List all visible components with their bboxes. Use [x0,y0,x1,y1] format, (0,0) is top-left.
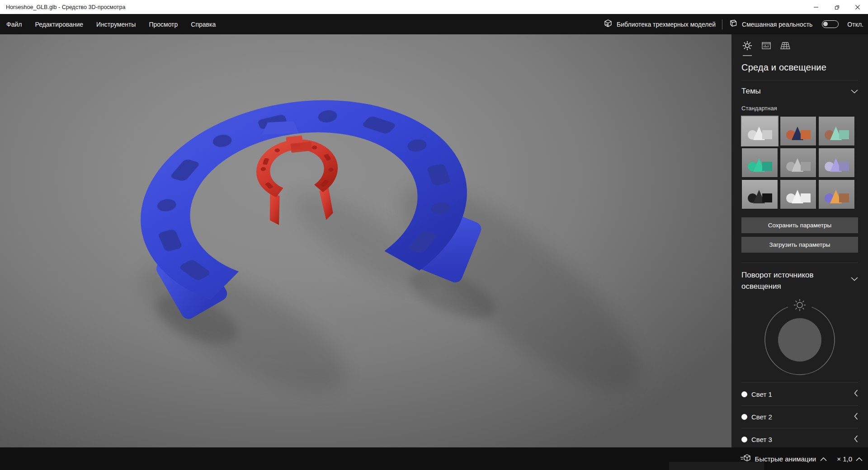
library-button[interactable]: Библиотека трехмерных моделей [604,19,716,29]
tab-environment-stats[interactable] [760,41,772,52]
cube-shape [839,193,849,202]
dial-knob[interactable] [778,318,821,362]
theme-thumbnail-mint[interactable] [818,116,855,146]
restore-button[interactable] [826,0,847,14]
grid-icon [780,41,790,52]
light-row-1[interactable]: Свет 1 [741,383,858,405]
menu-bar: Файл Редактирование Инструменты Просмотр… [0,14,868,34]
theme-thumbnail-teal[interactable] [741,148,778,178]
light-rotation-dial[interactable] [763,299,837,376]
sun-icon [742,41,752,52]
light-label: Свет 3 [751,436,772,443]
light-rotation-label: Поворот источников освещения [741,269,832,292]
menu-file[interactable]: Файл [6,21,22,28]
theme-thumbnail-navy-orange[interactable] [780,116,816,146]
light-row-2[interactable]: Свет 2 [741,405,858,428]
chevron-down-icon [851,275,858,292]
save-parameters-button[interactable]: Сохранить параметры [741,217,858,233]
cube-shape [762,162,772,171]
toggle-knob [823,22,828,26]
light-label: Свет 2 [751,413,772,421]
library-label: Библиотека трехмерных моделей [617,21,716,28]
cube-shape [762,130,772,139]
environment-panel: Среда и освещение Темы Стандартная Сохра… [731,34,868,447]
theme-thumbnail-black[interactable] [741,179,778,209]
light-color-swatch[interactable] [741,437,747,442]
menu-tools[interactable]: Инструменты [96,21,136,28]
divider [741,80,858,80]
cube-shape [801,193,811,202]
minimize-button[interactable] [806,0,826,14]
theme-thumbnail-gray[interactable] [780,148,816,178]
fading-toast-overlay [669,462,764,470]
theme-thumbnail-lavender[interactable] [818,148,855,178]
tab-ground-grid[interactable] [779,41,791,52]
menu-edit[interactable]: Редактирование [35,21,83,28]
menu-view[interactable]: Просмотр [149,21,178,28]
close-icon [855,5,860,10]
playback-speed-control[interactable]: × 1,0 [837,455,863,463]
chevron-up-icon[interactable] [856,455,863,463]
light-row-3[interactable]: Свет 3 [741,428,858,447]
light-color-swatch[interactable] [741,414,747,420]
main-area: Среда и освещение Темы Стандартная Сохра… [0,34,868,447]
theme-thumbnail-light-gray[interactable] [741,116,778,146]
menu-bar-right: Библиотека трехмерных моделей Смешанная … [604,19,868,29]
chevron-left-icon[interactable] [854,413,858,422]
light-rotation-section-header[interactable]: Поворот источников освещения [741,269,858,292]
mixed-reality-state: Откл. [847,21,863,28]
divider [741,263,858,263]
themes-section-header[interactable]: Темы [741,87,858,96]
horseshoe-tab [262,121,299,135]
cube-shape [762,193,772,202]
themes-header-label: Темы [741,87,761,96]
quick-animations-label: Быстрые анимации [755,455,816,463]
menu-separator [722,19,722,29]
cube-library-icon [604,19,613,29]
panel-title: Среда и освещение [741,62,858,73]
mixed-reality-label: Смешанная реальность [742,21,812,28]
mixed-reality-group: Смешанная реальность Откл. [729,19,863,29]
playback-speed-value: × 1,0 [837,455,852,463]
close-button[interactable] [847,0,868,14]
mixed-reality-toggle[interactable] [822,20,839,28]
3d-scene [0,34,731,447]
menu-help[interactable]: Справка [191,21,216,28]
panel-tabs [741,34,858,52]
restore-icon [834,4,840,10]
cube-shape [839,162,849,171]
3d-viewport[interactable] [0,34,731,447]
themes-grid [741,116,858,209]
light-color-swatch[interactable] [741,391,747,397]
theme-thumbnail-white[interactable] [780,179,816,209]
cube-shape [801,162,811,171]
themes-group-label: Стандартная [741,105,858,112]
theme-thumbnail-multicolor[interactable] [818,179,855,209]
minimize-icon [813,5,819,10]
menu-items: Файл Редактирование Инструменты Просмотр… [0,21,216,28]
chevron-left-icon[interactable] [854,435,858,444]
light-label: Свет 1 [751,390,772,398]
chevron-down-icon [851,87,858,95]
chevron-up-icon[interactable] [820,455,827,463]
chevron-left-icon[interactable] [854,390,858,399]
window-controls [806,0,868,14]
load-parameters-button[interactable]: Загрузить параметры [741,237,858,253]
title-bar: Horseshoe_GLB.glb - Средство 3D-просмотр… [0,0,868,14]
tab-environment-lighting[interactable] [741,41,753,52]
window-title: Horseshoe_GLB.glb - Средство 3D-просмотр… [0,4,126,10]
stats-frame-icon [761,41,771,52]
lights-list: Свет 1 Свет 2 Свет 3 [741,383,858,447]
cube-shape [839,130,849,139]
mixed-reality-icon [729,19,738,29]
cube-shape [801,130,811,139]
